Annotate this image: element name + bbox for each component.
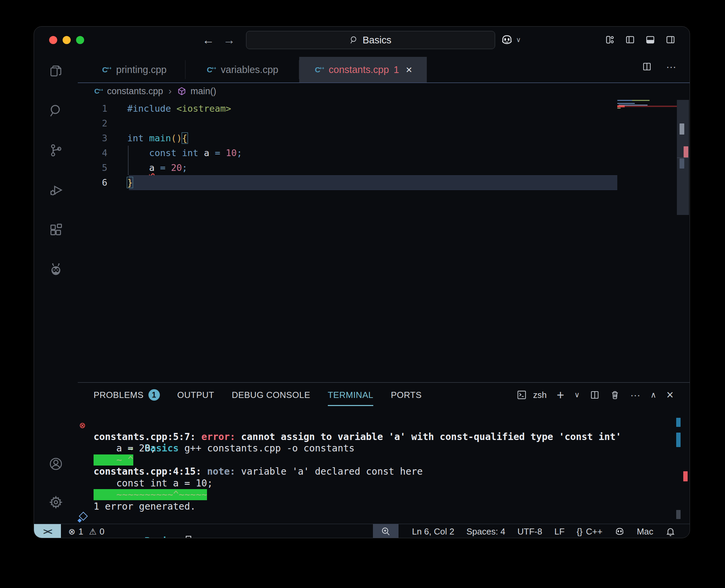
warning-count: 0: [100, 526, 104, 537]
terminal-icon: [516, 390, 527, 400]
indentation[interactable]: Spaces: 4: [466, 526, 506, 537]
terminal-dropdown-button[interactable]: ∨: [574, 390, 580, 400]
svg-text:++: ++: [319, 66, 324, 71]
problems-status[interactable]: ⊗ 1 ⚠ 0: [68, 524, 104, 538]
cpp-file-icon: C++: [94, 86, 103, 96]
warning-icon: ⚠: [89, 527, 96, 537]
error-count: 1: [78, 526, 83, 537]
chevron-right-icon: ›: [169, 86, 172, 97]
braces-icon: {}: [577, 526, 582, 537]
search-sidebar-icon[interactable]: [48, 103, 63, 118]
code-editor[interactable]: 1 #include <iostream> 2 3 int main(){ 4 …: [78, 101, 690, 190]
terminal-line: constants.cpp:4:15: note: variable 'a' d…: [94, 466, 652, 478]
terminal-line: const int a = 10;: [94, 478, 652, 489]
new-terminal-button[interactable]: +: [557, 390, 564, 400]
copilot-menu-button[interactable]: ∨: [501, 33, 521, 46]
copilot-icon: [501, 33, 513, 46]
breadcrumb-symbol[interactable]: main(): [190, 86, 217, 97]
code-line[interactable]: 2: [78, 116, 690, 131]
close-window-button[interactable]: [49, 36, 57, 44]
tab-constants-cpp[interactable]: C++ constants.cpp 1 ×: [299, 57, 427, 82]
tab-problem-count: 1: [394, 64, 399, 75]
terminal-line: a = 20;: [94, 443, 652, 455]
tab-label: variables.cpp: [221, 64, 278, 75]
bug-extension-icon[interactable]: [48, 262, 63, 277]
extensions-icon[interactable]: [48, 222, 63, 237]
scrollbar-overview-ruler[interactable]: [677, 100, 689, 215]
zoom-indicator[interactable]: [373, 524, 399, 538]
settings-gear-icon[interactable]: [48, 495, 63, 510]
tab-label: printing.cpp: [116, 64, 167, 75]
minimize-window-button[interactable]: [63, 36, 71, 44]
command-center-search[interactable]: Basics: [246, 31, 495, 49]
tab-ports[interactable]: PORTS: [391, 384, 422, 406]
encoding[interactable]: UTF-8: [517, 526, 542, 537]
code-line[interactable]: 4 const int a = 10;: [78, 146, 690, 161]
source-control-icon[interactable]: [48, 143, 63, 158]
minimap-error-line: [617, 106, 677, 107]
error-icon: ⊗: [68, 527, 75, 537]
run-debug-icon[interactable]: [48, 183, 63, 197]
shell-name[interactable]: zsh: [533, 390, 547, 400]
tab-printing-cpp[interactable]: C++ printing.cpp: [83, 57, 185, 82]
eol-sequence[interactable]: LF: [555, 526, 564, 537]
split-editor-button[interactable]: [642, 62, 652, 72]
tab-output[interactable]: OUTPUT: [177, 384, 215, 406]
close-icon[interactable]: ×: [406, 64, 412, 75]
terminal-output[interactable]: ⊗ → Basics g++ constants.cpp -o constant…: [94, 419, 652, 524]
ai-sparkle-icon: [78, 513, 89, 524]
code-line[interactable]: 1 #include <iostream>: [78, 101, 690, 116]
cpp-file-icon: C++: [206, 65, 216, 75]
command-failed-icon: ⊗: [79, 419, 85, 431]
terminal-line: constants.cpp:5:7: error: cannot assign …: [94, 431, 652, 443]
terminal-toolbar: zsh + ∨ ··· ∧ ×: [516, 384, 673, 406]
remote-indicator[interactable]: ><: [34, 524, 61, 538]
search-value: Basics: [363, 35, 391, 46]
close-panel-button[interactable]: ×: [666, 390, 673, 400]
editor-tabs: C++ printing.cpp C++ variables.cpp C++ c…: [78, 57, 690, 83]
panel-tabs: PROBLEMS 1 OUTPUT DEBUG CONSOLE TERMINAL…: [94, 384, 422, 406]
split-terminal-button[interactable]: [590, 390, 600, 400]
copilot-status-icon[interactable]: [615, 526, 625, 537]
remote-icon: ><: [43, 527, 52, 537]
svg-text:++: ++: [99, 87, 103, 92]
maximize-window-button[interactable]: [76, 36, 84, 44]
forward-button[interactable]: →: [223, 33, 235, 47]
toggle-secondary-sidebar-button[interactable]: [665, 35, 676, 45]
terminal-line: ⊗ → Basics g++ constants.cpp -o constant…: [94, 419, 652, 431]
code-line[interactable]: 5 a = 20;: [78, 161, 690, 175]
tab-terminal[interactable]: TERMINAL: [328, 384, 373, 406]
tab-variables-cpp[interactable]: C++ variables.cpp: [185, 57, 299, 82]
cpp-file-icon: C++: [101, 65, 112, 75]
terminal-prompt-line[interactable]: → Basics: [94, 512, 652, 524]
toggle-panel-button[interactable]: [645, 35, 655, 45]
explorer-icon[interactable]: [48, 64, 63, 78]
back-button[interactable]: ←: [202, 33, 215, 47]
minimap[interactable]: [617, 100, 677, 115]
kill-terminal-trash-icon[interactable]: [610, 390, 620, 400]
chevron-down-icon: ∨: [516, 36, 521, 44]
code-line[interactable]: 3 int main(){: [78, 131, 690, 146]
account-icon[interactable]: [48, 457, 63, 471]
code-line-current[interactable]: 6 }: [78, 175, 690, 190]
status-bar: >< ⊗ 1 ⚠ 0 Ln 6, Col 2 Spaces: 4 UTF-8 L…: [34, 524, 690, 538]
notifications-bell-icon[interactable]: [665, 526, 676, 537]
panel-more-actions-button[interactable]: ···: [630, 390, 640, 400]
svg-text:++: ++: [212, 66, 216, 71]
tab-problems[interactable]: PROBLEMS 1: [94, 384, 160, 406]
panel-divider[interactable]: [78, 382, 690, 383]
more-actions-button[interactable]: ···: [666, 62, 676, 72]
tab-label: constants.cpp: [329, 64, 389, 75]
toggle-primary-sidebar-button[interactable]: [625, 35, 635, 45]
terminal-line: 1 error generated.: [94, 501, 652, 513]
symbol-cube-icon: [177, 86, 186, 96]
maximize-panel-button[interactable]: ∧: [650, 390, 656, 400]
tab-debug-console[interactable]: DEBUG CONSOLE: [231, 384, 310, 406]
keyboard-mode[interactable]: Mac: [637, 526, 653, 537]
cursor-position[interactable]: Ln 6, Col 2: [412, 526, 455, 537]
customize-layout-button[interactable]: [605, 35, 615, 45]
breadcrumb-file[interactable]: constants.cpp: [107, 86, 163, 97]
breadcrumb[interactable]: C++ constants.cpp › main(): [94, 84, 216, 99]
language-mode[interactable]: {} C++: [577, 526, 603, 537]
current-line-highlight: [129, 175, 617, 190]
